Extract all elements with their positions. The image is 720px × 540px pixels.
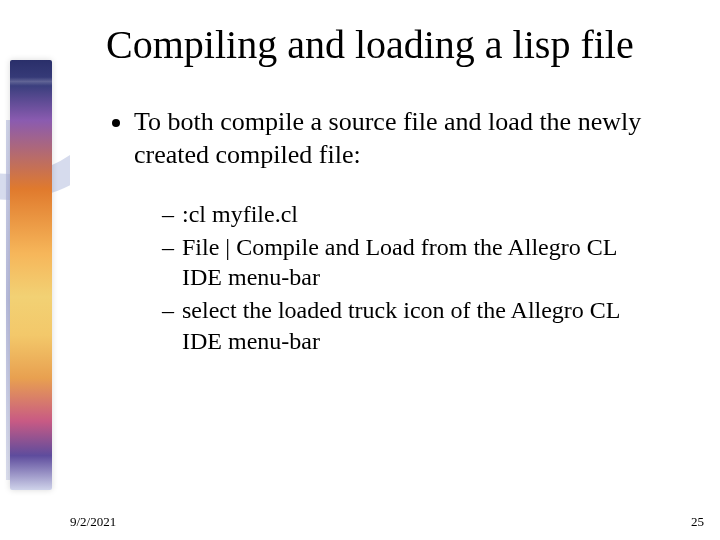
sub-bullet-text: select the loaded truck icon of the Alle… [182,297,620,354]
footer-date: 9/2/2021 [70,514,116,530]
bullet-item: To both compile a source file and load t… [134,106,712,357]
decorative-sidebar [0,0,70,540]
sub-bullet-list: :cl myfile.cl File | Compile and Load fr… [134,199,672,357]
slide-content: Compiling and loading a lisp file To bot… [70,0,720,540]
decorative-stripe [6,120,10,480]
sub-bullet-item: :cl myfile.cl [162,199,672,230]
slide-title: Compiling and loading a lisp file [106,22,712,68]
slide-footer: 9/2/2021 25 [0,510,720,530]
footer-page-number: 25 [691,514,704,530]
sub-bullet-item: File | Compile and Load from the Allegro… [162,232,672,293]
sub-bullet-item: select the loaded truck icon of the Alle… [162,295,672,356]
slide: Compiling and loading a lisp file To bot… [0,0,720,540]
sub-bullet-text: File | Compile and Load from the Allegro… [182,234,617,291]
bullet-list: To both compile a source file and load t… [106,106,712,357]
bullet-text: To both compile a source file and load t… [134,107,641,169]
sub-bullet-text: :cl myfile.cl [182,201,298,227]
